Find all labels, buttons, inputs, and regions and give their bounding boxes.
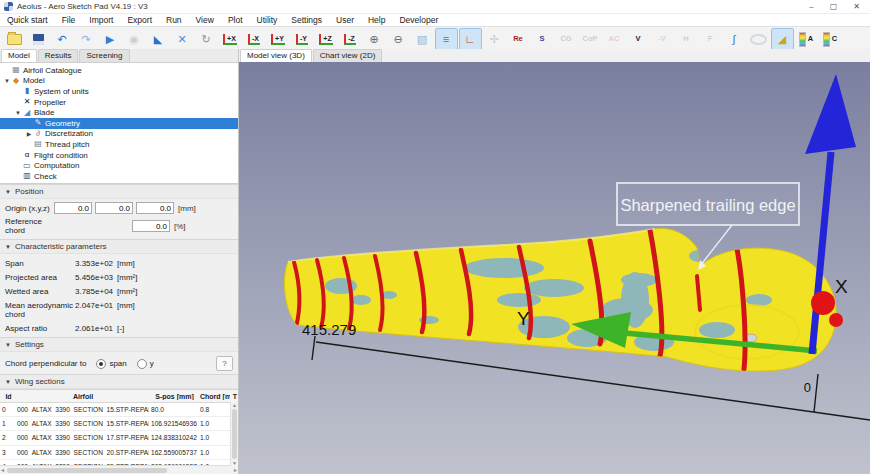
axis-view-icon: +Y [271,34,285,45]
tree-item-flight-condition[interactable]: αFlight condition [0,150,238,161]
tree-expanded-arrow-icon[interactable]: ▼ [14,110,22,116]
origin-x-field[interactable] [54,202,92,214]
scale-bar-button[interactable]: ≡ [435,28,458,50]
tree-item-geometry[interactable]: ✎Geometry [0,118,238,129]
propeller-tool-button[interactable]: ✢ [483,28,506,50]
scroll-down-icon[interactable]: ▼ [232,460,237,466]
tree-item-computation[interactable]: ▭Computation [0,160,238,171]
scrollbar-thumb[interactable] [232,409,237,459]
curve-tool-button[interactable]: ʃ [723,28,746,50]
column-header-2[interactable]: S-pos [mm] [149,393,198,400]
scroll-up-icon[interactable]: ▲ [232,402,237,408]
tree-item-airfoil-catalogue[interactable]: ▦Airfoil Catalogue [0,65,238,76]
axis-triad-button[interactable]: ∟ [459,28,482,50]
view-plus-x-button[interactable]: +X [219,28,242,50]
menu-import[interactable]: Import [82,15,120,25]
menu-help[interactable]: Help [361,15,392,25]
reynolds-button[interactable]: Re [507,28,530,50]
tab-chart-view-2d-[interactable]: Chart view (2D) [313,49,383,62]
view-plus-z-button[interactable]: +Z [315,28,338,50]
h-distribution-button[interactable]: H [675,28,698,50]
menu-plot[interactable]: Plot [221,15,250,25]
radio-span[interactable] [96,359,106,369]
model-view-3d[interactable]: 415.279 0 X Y [239,62,870,474]
cop-button[interactable]: CoP [579,28,602,50]
menu-file[interactable]: File [55,15,83,25]
characteristic-section-header[interactable]: ▼ Characteristic parameters [0,239,238,254]
tree-collapsed-arrow-icon[interactable]: ▶ [25,130,33,137]
minimize-button[interactable]: – [809,2,813,11]
scrollbar-thumb[interactable] [7,468,167,473]
menu-user[interactable]: User [329,15,361,25]
open-button[interactable] [3,28,26,50]
reference-chord-field[interactable] [132,220,170,232]
table-row[interactable]: 2000_ALTAX_3390_SECTION_17.STP-REPAIRED_… [0,431,231,445]
scroll-right-icon[interactable]: ► [233,467,238,473]
tree-item-system-of-units[interactable]: ▮System of units [0,86,238,97]
view-minus-y-button[interactable]: -Y [291,28,314,50]
wing-sections-header[interactable]: ▼ Wing sections [0,374,238,389]
view-minus-z-button[interactable]: -Z [339,28,362,50]
tree-item-discretization[interactable]: ▶∂Discretization [0,129,238,140]
table-row[interactable]: 0000_ALTAX_3390_SECTION_15.STP-REPAIRED_… [0,403,231,417]
zoom-out-button[interactable]: ⊖ [387,28,410,50]
column-header-4[interactable]: T [230,393,238,400]
tree-expanded-arrow-icon[interactable]: ▼ [3,78,11,84]
tree-item-check[interactable]: ▥Check [0,171,238,182]
scroll-left-icon[interactable]: ◄ [0,467,5,473]
save-button[interactable] [27,28,50,50]
menu-settings[interactable]: Settings [284,15,329,25]
menu-run[interactable]: Run [159,15,189,25]
redo-button[interactable]: ↷ [75,28,98,50]
column-header-1[interactable]: Airfoil [15,393,149,400]
menu-export[interactable]: Export [120,15,159,25]
run-circle-button[interactable]: ◉ [123,28,146,50]
blade-shade-button[interactable]: ◢ [771,28,794,50]
restore-button[interactable]: ▢ [830,2,838,11]
colorbar-c-button[interactable]: C [819,28,842,50]
settings-section-header[interactable]: ▼ Settings [0,337,238,352]
tab-model-view-3d-[interactable]: Model view (3D) [240,49,312,62]
minus-v-button[interactable]: -V [651,28,674,50]
column-header-0[interactable]: Id [0,393,15,400]
tab-results[interactable]: Results [38,49,79,62]
f-distribution-button[interactable]: F [699,28,722,50]
colorbar-a-button[interactable]: A [795,28,818,50]
horizontal-scrollbar[interactable]: ◄ ► [0,465,238,474]
pointer-button[interactable]: ◣ [147,28,170,50]
s-distribution-button[interactable]: S [531,28,554,50]
velocity-button[interactable]: V [627,28,650,50]
column-header-3[interactable]: Chord [mm] [198,393,230,400]
menu-view[interactable]: View [189,15,221,25]
orbit-button[interactable]: ↻ [195,28,218,50]
vertical-scrollbar[interactable]: ▲ ▼ [230,402,238,466]
menu-quick-start[interactable]: Quick start [0,15,55,25]
cg-button[interactable]: CG [555,28,578,50]
table-row[interactable]: 1000_ALTAX_3390_SECTION_15.STP-REPAIRED_… [0,417,231,431]
parameter-row: Mean aerodynamic chord2.047e+01[mm] [0,298,238,321]
table-row[interactable]: 3000_ALTAX_3390_SECTION_20.STP-REPAIRED_… [0,446,231,460]
undo-button[interactable]: ↶ [51,28,74,50]
fit-view-button[interactable]: ✕ [171,28,194,50]
tree-item-thread-pitch[interactable]: ▤Thread pitch [0,139,238,150]
tab-screening[interactable]: Screening [79,49,129,62]
view-plus-y-button[interactable]: +Y [267,28,290,50]
tab-model[interactable]: Model [1,49,37,62]
tree-item-blade[interactable]: ▼◢Blade [0,107,238,118]
menu-developer[interactable]: Developer [392,15,445,25]
run-button[interactable]: ▶ [99,28,122,50]
zoom-in-button[interactable]: ⊕ [363,28,386,50]
tree-item-model[interactable]: ▼◆Model [0,76,238,87]
menu-utility[interactable]: Utility [250,15,285,25]
view-minus-x-button[interactable]: -X [243,28,266,50]
position-section-header[interactable]: ▼ Position [0,184,238,199]
close-button[interactable]: ✕ [853,2,860,11]
ac-button[interactable]: AC [603,28,626,50]
origin-z-field[interactable] [136,202,174,214]
ellipse-tool-button[interactable] [747,28,770,50]
tree-item-propeller[interactable]: ✕Propeller [0,97,238,108]
radio-y[interactable] [137,359,147,369]
help-button[interactable]: ? [216,356,233,371]
origin-y-field[interactable] [95,202,133,214]
cube-view-button[interactable]: ▧ [411,28,434,50]
